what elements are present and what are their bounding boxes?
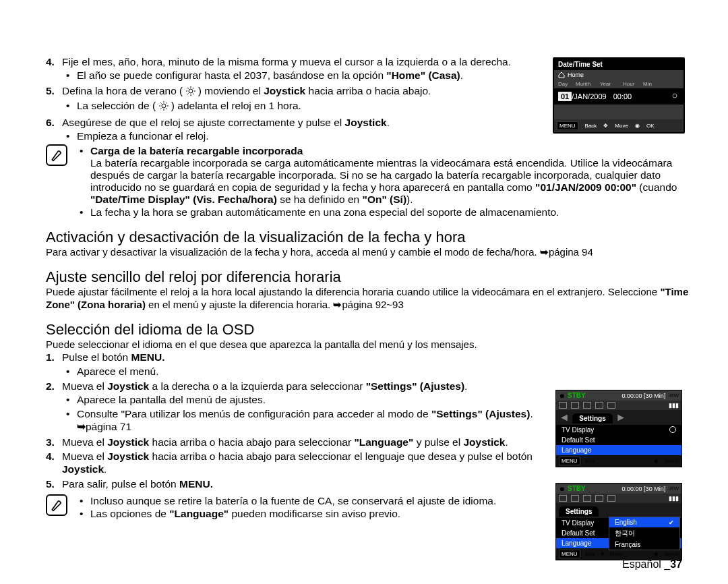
menu-row-highlighted: Language [556,445,681,455]
step-text: Mueva el Joystick a la derecha o a la iz… [62,380,545,434]
svg-line-16 [160,109,162,110]
svg-line-14 [160,103,162,104]
thumb-icon [559,495,567,502]
thumb-icon [571,495,579,502]
select-icon: ◉ [654,551,659,557]
note-language: Incluso aunque se retire la batería o la… [46,494,545,521]
sun-icon [186,86,195,98]
thumb-icon [571,402,579,409]
heading-activation: Activación y desactivación de la visuali… [46,229,692,246]
step-number: 5. [46,84,62,115]
note-item: La fecha y la hora se graban automáticam… [75,206,692,218]
step-2: 2. Mueva el Joystick a la derecha o a la… [46,380,545,434]
submenu-row: Français [609,539,679,550]
checkbox-icon [669,426,676,433]
osd-bottom-hints: MENUBack ✥Move ◉OK [554,119,684,132]
svg-line-7 [187,93,189,94]
osd-day-selected: 01 [558,92,572,101]
thumb-icon [607,495,615,502]
step-text: Mueva el Joystick hacia arriba o hacia a… [62,450,545,476]
menu-badge: MENU [559,550,580,558]
step-number: 6. [46,116,62,144]
footer-language: Español _ [622,558,670,570]
thumb-icon [583,495,591,502]
camera-icon: ⏺ [559,392,565,399]
step-number: 5. [46,477,62,490]
osd-settings-screenshot-1: ⏺ STBY 0:00:00 [30 Min] -RW ▮▮▮ ◄ Settin… [555,390,682,467]
bullet: Consulte "Para utilizar los menús de con… [62,407,545,434]
menu-badge: MENU [559,457,580,465]
osd-icon-row: ▮▮▮ [556,401,681,410]
osd-subtitle: Home [554,70,684,80]
osd-tab-row: ◄ Settings ► [556,410,681,425]
stby-label: STBY [568,392,586,399]
osd-date-row: 01 / JAN / 2009 00 : 00 [554,88,684,105]
counter-label: 0:00:00 [30 Min] [622,392,666,399]
osd-column-labels: Day Month Year Hour Min [554,80,684,88]
thumb-icon [559,402,567,409]
note-icon [46,144,67,166]
note-icon [46,494,67,516]
select-icon: ◉ [654,458,659,464]
heading-time-adjust: Ajuste sencillo del reloj por diferencia… [46,268,692,286]
step-number: 3. [46,436,62,448]
svg-line-15 [166,109,167,110]
disc-icon: -RW [668,486,679,492]
osd-tab-row: Settings [556,503,681,518]
note-list: Carga de la batería recargable incorpora… [75,144,692,219]
submenu-row-highlighted: English✔ [609,517,679,527]
ok-icon: ◉ [635,123,640,129]
move-icon: ✥ [603,123,608,129]
step-number: 1. [46,351,62,378]
step-4b: 4. Mueva el Joystick hacia arriba o haci… [46,450,545,476]
sun-icon [670,91,679,102]
camera-icon: ⏺ [559,486,565,492]
osd-date-time-screenshot: Date/Time Set Home Day Month Year Hour M… [553,57,685,134]
step-3: 3. Mueva el Joystick hacia arriba o haci… [46,436,545,448]
battery-icon: ▮▮▮ [669,402,679,409]
note-battery: Carga de la batería recargable incorpora… [46,144,692,219]
thumb-icon [595,495,603,502]
step-text: Mueva el Joystick hacia arriba o hacia a… [62,436,545,448]
battery-icon: ▮▮▮ [669,495,679,502]
thumb-icon [607,402,615,409]
osd-settings-screenshot-2: ⏺ STBY 0:00:00 [30 Min] -RW ▮▮▮ Settings… [555,483,682,560]
arrow-icon [540,246,549,258]
bullet: Aparece el menú. [62,365,545,378]
settings-tab: Settings [572,413,612,424]
step-text: Pulse el botón MENU. Aparece el menú. [62,351,545,378]
steps-list-2: 1. Pulse el botón MENU. Aparece el menú.… [46,351,545,490]
step-1: 1. Pulse el botón MENU. Aparece el menú. [46,351,545,378]
page-footer: Español _37 [622,558,682,571]
menu-row: Default Set [556,435,681,445]
note-item: Carga de la batería recargable incorpora… [75,145,692,206]
step-5b: 5. Para salir, pulse el botón MENU. [46,477,545,490]
paragraph: Puede seleccionar el idioma en el que de… [46,339,692,351]
svg-line-5 [187,88,189,89]
note-list: Incluso aunque se retire la batería o la… [75,494,545,521]
paragraph: Puede ajustar fácilmente el reloj a la h… [46,286,692,312]
tab-arrow-left: ◄ [559,411,572,423]
note-item: Las opciones de "Language" pueden modifi… [75,508,545,520]
stby-label: STBY [568,485,586,492]
arrow-icon [77,421,86,432]
note-item: Incluso aunque se retire la batería o la… [75,495,545,507]
svg-line-17 [166,103,167,104]
svg-line-8 [193,88,194,89]
step-number: 4. [46,450,62,476]
page-number: 37 [670,558,682,570]
check-icon: ✔ [669,519,674,526]
svg-line-6 [193,93,194,94]
step-number: 2. [46,380,62,434]
move-icon: ✥ [600,551,605,557]
osd-top-row: ⏺ STBY 0:00:00 [30 Min] -RW [556,484,681,494]
counter-label: 0:00:00 [30 Min] [622,486,666,492]
arrow-icon [333,299,342,310]
osd-icon-row: ▮▮▮ [556,494,681,503]
osd-bottom-hints: MENUExit ◉Select [556,455,681,467]
svg-point-18 [673,94,677,98]
thumb-icon [595,402,603,409]
svg-point-0 [189,89,193,93]
heading-language: Selección del idioma de la OSD [46,321,692,339]
thumb-icon [583,402,591,409]
